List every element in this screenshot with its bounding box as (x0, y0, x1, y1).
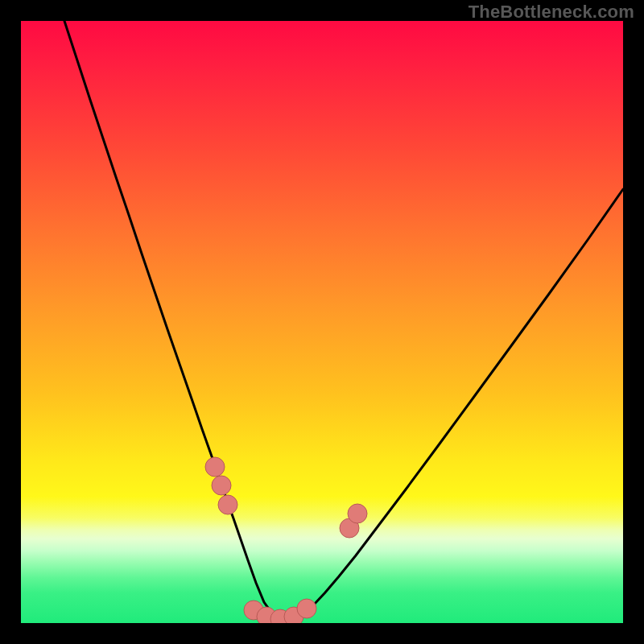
marker-left-cluster-bottom (218, 495, 237, 514)
marker-left-cluster-mid (212, 476, 231, 495)
attribution-text: TheBottleneck.com (469, 2, 634, 23)
marker-right-cluster-top (348, 504, 367, 523)
marker-trough-right (297, 599, 316, 618)
chart-frame: TheBottleneck.com (0, 0, 644, 644)
marker-left-cluster-top (205, 457, 225, 477)
curve-overlay (21, 21, 623, 623)
marker-group (205, 457, 367, 623)
